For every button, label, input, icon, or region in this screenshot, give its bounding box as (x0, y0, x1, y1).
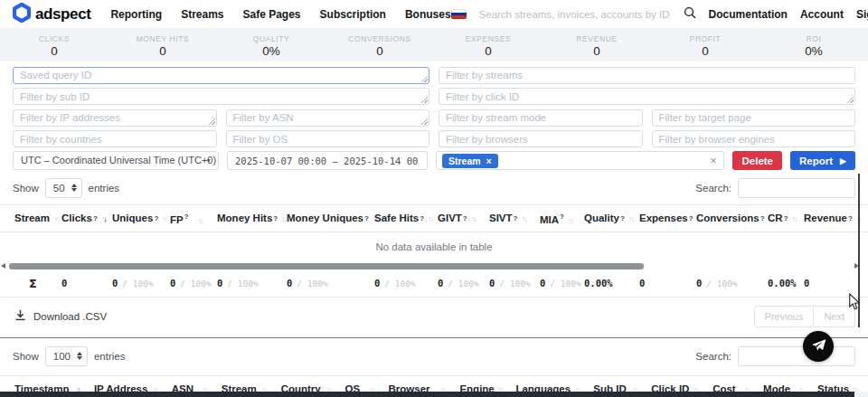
report-button[interactable]: Report▶ (790, 151, 855, 170)
column-header-expenses[interactable]: Expenses? (639, 213, 696, 225)
date-range-input[interactable] (227, 151, 428, 170)
russia-flag-icon[interactable] (451, 9, 467, 19)
column-header-givt[interactable]: GIVT? (438, 213, 489, 225)
nav-item-documentation[interactable]: Documentation (709, 8, 788, 21)
filter-sub-id-input[interactable] (13, 88, 429, 105)
telegram-icon (811, 337, 826, 356)
filter-countries-input[interactable] (13, 130, 217, 147)
stat-expenses: EXPENSES0 (434, 28, 542, 61)
download-icon (14, 308, 26, 325)
scrollbar-thumb[interactable] (9, 263, 644, 269)
sort-icon (162, 214, 166, 223)
filter-engines-input[interactable] (652, 130, 856, 147)
nav-item-bonuses[interactable]: Bonuses (405, 8, 451, 21)
nav-item-account[interactable]: Account (800, 8, 844, 21)
column-header-fp[interactable]: FP? (170, 213, 217, 225)
multiselect-clear-icon[interactable]: × (710, 155, 716, 167)
sort-icon (428, 214, 432, 223)
summary-mia: 0/ 100% (540, 278, 584, 288)
clicks-table-section: Show 100 entries Search: Timestamp IP Ad… (0, 338, 868, 397)
pagination: Previous Next (754, 306, 855, 327)
sort-icon (792, 214, 797, 223)
column-header-conversions[interactable]: Conversions? (696, 213, 768, 225)
horizontal-scrollbar[interactable] (0, 262, 868, 270)
sort-icon (471, 214, 476, 223)
page-size-select[interactable]: 100 (45, 346, 88, 366)
tag-remove-icon[interactable]: × (486, 156, 492, 166)
top-navbar: adspect Reporting Streams Safe Pages Sub… (0, 0, 868, 28)
stepper-icon (77, 352, 82, 360)
report-table-header: Stream Clicks? Uniques? FP? Money Hits? … (0, 204, 868, 232)
play-icon: ▶ (840, 156, 846, 165)
clicks-table-search-input[interactable] (738, 346, 855, 366)
column-header-safe-hits[interactable]: Safe Hits? (374, 213, 438, 225)
nav-item-safe-pages[interactable]: Safe Pages (243, 8, 301, 21)
column-header-quality[interactable]: Quality? (584, 213, 639, 225)
report-table-section: Show 50 entries Search: Stream Clicks? U… (0, 170, 868, 338)
search-label: Search: (695, 351, 731, 362)
column-header-sivt[interactable]: SIVT? (489, 213, 540, 225)
filter-ip-input[interactable] (13, 109, 217, 127)
show-label: Show (13, 183, 39, 194)
filter-stream-mode-input[interactable] (439, 109, 643, 127)
previous-page-button[interactable]: Previous (754, 306, 814, 327)
filter-click-id-input[interactable] (439, 88, 855, 105)
column-header-money-uniques[interactable]: Money Uniques? (287, 213, 374, 225)
bottom-horizontal-scrollbar[interactable] (0, 392, 868, 397)
group-by-tag-stream[interactable]: Stream× (442, 154, 498, 168)
summary-fp: 0/ 100% (170, 278, 217, 288)
stat-clicks: CLICKS0 (0, 28, 108, 61)
delete-button[interactable]: Delete (732, 151, 782, 170)
page-size-select[interactable]: 50 (45, 178, 82, 198)
stat-conversions: CONVERSIONS0 (326, 28, 434, 61)
nav-item-streams[interactable]: Streams (181, 8, 223, 21)
sort-icon (281, 214, 286, 223)
filter-asn-input[interactable] (226, 109, 430, 127)
stats-bar: CLICKS0 MONEY HITS0 QUALITY0% CONVERSION… (0, 28, 868, 61)
column-header-mia[interactable]: MIA? (540, 213, 584, 225)
sort-icon (54, 214, 59, 223)
summary-revenue: 0 (804, 278, 862, 288)
search-label: Search: (695, 183, 731, 194)
timezone-select[interactable]: UTC – Coordinated Universal Time (UTC+0) (13, 151, 219, 170)
main-nav: Reporting Streams Safe Pages Subscriptio… (110, 8, 450, 21)
summary-safe-hits: 0/ 100% (374, 278, 438, 288)
filter-os-input[interactable] (226, 130, 430, 147)
saved-query-id-input[interactable] (13, 67, 429, 84)
group-by-multiselect[interactable]: Stream× × (436, 151, 724, 170)
summary-sigma: Σ (14, 277, 61, 290)
column-header-money-hits[interactable]: Money Hits? (217, 213, 287, 225)
vertical-scrollbar[interactable] (858, 174, 860, 327)
scroll-left-arrow-icon[interactable] (1, 263, 5, 269)
summary-row: Σ 0 0/ 100% 0/ 100% 0/ 100% 0/ 100% 0/ 1… (0, 270, 868, 298)
column-header-revenue[interactable]: Revenue? (804, 213, 862, 225)
adspect-logo[interactable]: adspect (13, 3, 90, 26)
summary-uniques: 0/ 100% (112, 278, 170, 288)
adspect-hexagon-icon (13, 3, 31, 26)
nav-item-subscription[interactable]: Subscription (320, 8, 386, 21)
stat-quality: QUALITY0% (217, 28, 326, 61)
filter-browsers-input[interactable] (439, 130, 643, 147)
search-icon[interactable] (684, 6, 696, 23)
entries-label: entries (94, 351, 126, 362)
download-csv-button[interactable]: Download .CSV (14, 308, 107, 325)
summary-conversions: 0/ 100% (696, 278, 768, 288)
telegram-chat-button[interactable] (803, 331, 834, 362)
summary-cr: 0.00% (768, 278, 804, 288)
summary-sivt: 0/ 100% (489, 278, 540, 288)
scrollbar-thumb[interactable] (0, 392, 854, 397)
global-search-input[interactable] (479, 9, 671, 20)
filter-target-page-input[interactable] (652, 109, 856, 127)
column-header-clicks[interactable]: Clicks? (61, 213, 112, 225)
column-header-cr[interactable]: CR? (768, 213, 804, 225)
nav-item-sign-out[interactable]: Sign Out (856, 8, 868, 21)
nav-item-reporting[interactable]: Reporting (110, 8, 162, 21)
brand-name: adspect (35, 5, 90, 24)
next-page-button[interactable]: Next (813, 306, 855, 327)
column-header-stream[interactable]: Stream (14, 213, 61, 225)
filter-streams-input[interactable] (439, 67, 855, 84)
sort-icon (521, 214, 525, 223)
column-header-uniques[interactable]: Uniques? (112, 213, 170, 225)
summary-money-hits: 0/ 100% (217, 278, 287, 288)
report-table-search-input[interactable] (738, 178, 855, 198)
